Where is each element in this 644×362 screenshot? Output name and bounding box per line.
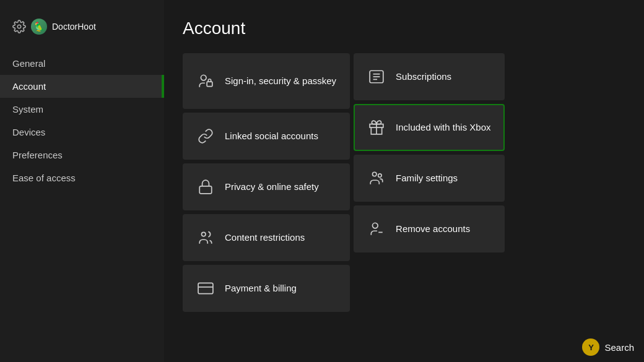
right-column: Subscriptions Included with this Xbox [354, 53, 504, 350]
svg-point-14 [378, 174, 381, 177]
svg-rect-5 [198, 283, 213, 293]
tile-payment[interactable]: Payment & billing [183, 265, 350, 312]
username-label: DoctorHoot [52, 22, 96, 32]
sidebar-item-ease-of-access[interactable]: Ease of access [0, 166, 164, 189]
search-label: Search [604, 342, 634, 353]
page-title: Account [183, 19, 625, 38]
left-column: Sign-in, security & passkey Linked socia… [183, 53, 350, 350]
tile-sign-in-label: Sign-in, security & passkey [225, 75, 336, 87]
search-button[interactable]: Y Search [582, 338, 634, 356]
tile-privacy[interactable]: Privacy & online safety [183, 163, 350, 210]
lock-icon [196, 178, 215, 196]
link-icon [196, 127, 215, 145]
card-icon [196, 279, 215, 298]
sidebar-item-preferences[interactable]: Preferences [0, 144, 164, 166]
tile-remove-accounts-label: Remove accounts [396, 223, 470, 235]
family-icon [367, 169, 386, 187]
settings-icon [12, 20, 26, 33]
svg-point-0 [17, 25, 21, 28]
tile-linked-social-label: Linked social accounts [225, 130, 318, 142]
sidebar-header: 🦜 DoctorHoot [0, 12, 164, 52]
tile-subscriptions-label: Subscriptions [396, 71, 451, 83]
svg-point-13 [373, 172, 377, 176]
tile-content-restrictions-label: Content restrictions [225, 231, 305, 244]
tile-family-settings[interactable]: Family settings [354, 155, 504, 202]
y-button-icon: Y [582, 338, 599, 356]
svg-point-1 [201, 75, 206, 80]
tile-family-settings-label: Family settings [396, 172, 458, 184]
tile-sign-in[interactable]: Sign-in, security & passkey [183, 53, 350, 109]
bottom-bar: Y Search [0, 332, 644, 362]
main-content: Account Sign-in, security & passkey [164, 0, 644, 362]
tile-content-restrictions[interactable]: Content restrictions [183, 214, 350, 261]
list-icon [367, 67, 386, 86]
person-lock-icon [196, 72, 215, 90]
tile-remove-accounts[interactable]: Remove accounts [354, 205, 504, 252]
tile-subscriptions[interactable]: Subscriptions [354, 53, 504, 100]
tile-included-xbox-label: Included with this Xbox [396, 121, 490, 134]
svg-point-4 [202, 232, 206, 236]
tile-payment-label: Payment & billing [225, 282, 297, 295]
tile-linked-social[interactable]: Linked social accounts [183, 113, 350, 160]
sidebar-item-devices[interactable]: Devices [0, 121, 164, 144]
sidebar-item-general[interactable]: General [0, 52, 164, 75]
svg-rect-2 [207, 82, 212, 87]
person-group-icon [196, 228, 215, 247]
person-remove-icon [367, 220, 386, 238]
sidebar-item-system[interactable]: System [0, 98, 164, 121]
tile-included-xbox[interactable]: Included with this Xbox [354, 104, 504, 151]
svg-point-15 [373, 223, 378, 228]
sidebar-nav: General Account System Devices Preferenc… [0, 52, 164, 189]
tile-privacy-label: Privacy & online safety [225, 181, 319, 193]
gift-icon [367, 118, 386, 137]
sidebar: 🦜 DoctorHoot General Account System Devi… [0, 0, 164, 362]
avatar: 🦜 [31, 19, 47, 35]
sidebar-item-account[interactable]: Account [0, 75, 164, 98]
svg-rect-3 [199, 186, 212, 194]
